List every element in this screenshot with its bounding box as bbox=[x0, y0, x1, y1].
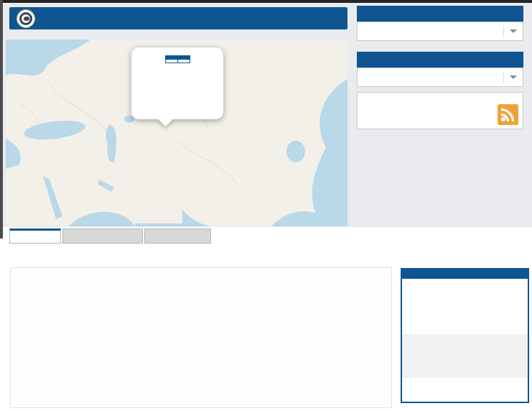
aqi-bar-chart bbox=[10, 267, 392, 408]
health-message-block bbox=[402, 334, 528, 378]
select-divider bbox=[503, 72, 504, 83]
dept-of-state-seal-icon bbox=[17, 9, 35, 28]
select-divider bbox=[503, 26, 504, 37]
window-left-edge bbox=[0, 0, 3, 239]
rss-icon[interactable] bbox=[498, 104, 518, 125]
tab-concentration[interactable] bbox=[62, 228, 143, 244]
popup-aqi-value bbox=[177, 60, 190, 63]
tab-historical[interactable] bbox=[144, 228, 211, 244]
app-header bbox=[9, 7, 347, 29]
current-conditions-panel bbox=[401, 268, 529, 403]
rss-feed-box bbox=[357, 92, 523, 129]
tab-bar bbox=[9, 228, 211, 244]
city-chevron-down-icon[interactable] bbox=[510, 29, 517, 33]
tab-aqi[interactable] bbox=[9, 228, 61, 244]
select-parameter-header bbox=[357, 52, 523, 68]
select-city-header bbox=[357, 6, 523, 22]
city-select[interactable] bbox=[357, 22, 523, 41]
parameter-select[interactable] bbox=[357, 68, 523, 87]
popup-table bbox=[165, 55, 190, 63]
airnow-page bbox=[0, 0, 532, 411]
popup-pollutant-value bbox=[165, 60, 177, 63]
current-conditions-header bbox=[402, 269, 528, 279]
aqi-map[interactable] bbox=[6, 40, 347, 226]
map-popup bbox=[131, 47, 223, 119]
current-aqi-block bbox=[402, 279, 528, 334]
parameter-chevron-down-icon[interactable] bbox=[510, 75, 517, 79]
